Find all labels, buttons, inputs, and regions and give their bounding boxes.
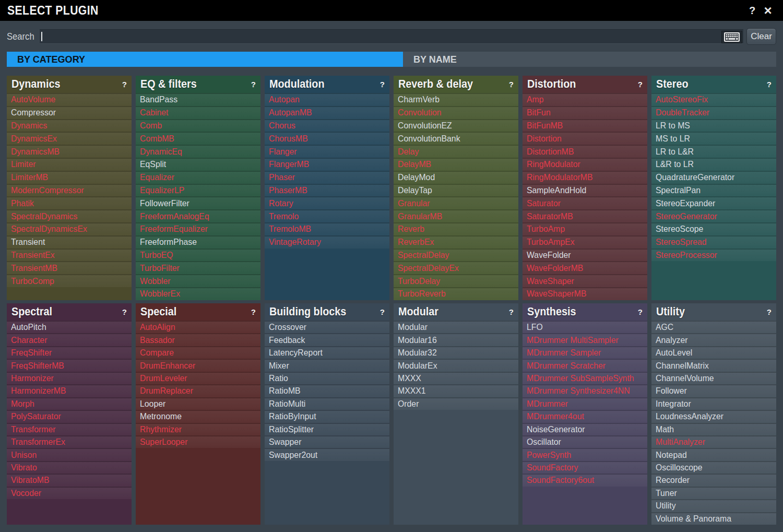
plugin-item[interactable]: MDrummer xyxy=(523,397,647,410)
plugin-item[interactable]: AutoPitch xyxy=(7,321,132,333)
plugin-item[interactable]: Modular16 xyxy=(394,333,518,346)
plugin-item[interactable]: WobblerEx xyxy=(136,287,260,300)
plugin-item[interactable]: Swapper xyxy=(265,435,389,448)
plugin-item[interactable]: Oscillator xyxy=(523,435,647,448)
clear-button[interactable]: Clear xyxy=(746,28,776,45)
plugin-item[interactable]: Mixer xyxy=(265,359,389,371)
plugin-item[interactable]: SoundFactory xyxy=(523,461,647,474)
plugin-item[interactable]: Equalizer xyxy=(136,171,260,184)
plugin-item[interactable]: Harmonizer xyxy=(7,372,132,384)
plugin-item[interactable]: AutoStereoFix xyxy=(651,93,776,106)
plugin-item[interactable]: Autopan xyxy=(265,93,389,106)
plugin-item[interactable]: Unison xyxy=(7,448,132,460)
plugin-item[interactable]: Bassador xyxy=(136,333,260,346)
plugin-item[interactable]: ConvolutionEZ xyxy=(394,119,518,132)
plugin-item[interactable]: RingModulatorMB xyxy=(523,171,647,184)
plugin-item[interactable]: Flanger xyxy=(265,145,389,158)
plugin-item[interactable]: TransientMB xyxy=(7,261,132,274)
plugin-item[interactable]: Follower xyxy=(651,384,776,397)
plugin-item[interactable]: VibratoMB xyxy=(7,474,132,486)
plugin-item[interactable]: CharmVerb xyxy=(394,93,518,106)
plugin-item[interactable]: RatioMulti xyxy=(265,397,389,410)
plugin-item[interactable]: LoudnessAnalyzer xyxy=(651,410,776,422)
plugin-item[interactable]: MXXX xyxy=(394,372,518,384)
plugin-item[interactable]: PolySaturator xyxy=(7,410,132,422)
plugin-item[interactable]: Rhythmizer xyxy=(136,423,260,435)
plugin-item[interactable]: RatioSplitter xyxy=(265,423,389,435)
plugin-item[interactable]: DynamicsMB xyxy=(7,145,132,158)
plugin-item[interactable]: ChannelMatrix xyxy=(651,359,776,371)
plugin-item[interactable]: ChorusMB xyxy=(265,132,389,145)
plugin-item[interactable]: Granular xyxy=(394,196,518,209)
plugin-item[interactable]: Convolution xyxy=(394,106,518,119)
help-icon[interactable]: ? xyxy=(638,80,643,89)
plugin-item[interactable]: MDrummer Scratcher xyxy=(523,359,647,371)
plugin-item[interactable]: AutoVolume xyxy=(7,93,132,106)
plugin-item[interactable]: SpectralDynamicsEx xyxy=(7,222,132,235)
plugin-item[interactable]: Dynamics xyxy=(7,119,132,132)
plugin-item[interactable]: Modular xyxy=(394,321,518,333)
plugin-item[interactable]: Transient xyxy=(7,235,132,249)
plugin-item[interactable]: TurboComp xyxy=(7,274,132,287)
plugin-item[interactable]: AutoLevel xyxy=(651,346,776,359)
plugin-item[interactable]: Delay xyxy=(394,145,518,158)
plugin-item[interactable]: Saturator xyxy=(523,196,647,209)
search-input[interactable] xyxy=(40,29,743,44)
plugin-item[interactable]: BitFun xyxy=(523,106,647,119)
help-icon[interactable]: ? xyxy=(251,308,256,316)
plugin-item[interactable]: ConvolutionBank xyxy=(394,132,518,145)
plugin-item[interactable]: Cabinet xyxy=(136,106,260,119)
plugin-item[interactable]: RatioMB xyxy=(265,384,389,397)
plugin-item[interactable]: StereoProcessor xyxy=(651,249,776,262)
plugin-item[interactable]: QuadratureGenerator xyxy=(651,171,776,184)
plugin-item[interactable]: FreeformEqualizer xyxy=(136,222,260,235)
plugin-item[interactable]: Reverb xyxy=(394,222,518,235)
plugin-item[interactable]: PowerSynth xyxy=(523,448,647,460)
plugin-item[interactable]: CombMB xyxy=(136,132,260,145)
keyboard-button[interactable] xyxy=(721,31,742,43)
plugin-item[interactable]: NoiseGenerator xyxy=(523,423,647,435)
plugin-item[interactable]: TransientEx xyxy=(7,249,132,262)
plugin-item[interactable]: DelayMB xyxy=(394,158,518,171)
help-icon[interactable]: ? xyxy=(638,308,643,316)
plugin-item[interactable]: Phatik xyxy=(7,196,132,209)
plugin-item[interactable]: SpectralPan xyxy=(651,184,776,197)
plugin-item[interactable]: Order xyxy=(394,397,518,410)
plugin-item[interactable]: WaveFolderMB xyxy=(523,261,647,274)
plugin-item[interactable]: StereoExpander xyxy=(651,196,776,209)
plugin-item[interactable]: DrumEnhancer xyxy=(136,359,260,371)
plugin-item[interactable]: TremoloMB xyxy=(265,222,389,235)
plugin-item[interactable]: WaveFolder xyxy=(523,249,647,262)
plugin-item[interactable]: DrumLeveler xyxy=(136,372,260,384)
plugin-item[interactable]: AutopanMB xyxy=(265,106,389,119)
plugin-item[interactable]: Modular32 xyxy=(394,346,518,359)
plugin-item[interactable]: GranularMB xyxy=(394,209,518,222)
plugin-item[interactable]: MS to LR xyxy=(651,132,776,145)
help-icon[interactable]: ? xyxy=(122,308,127,316)
plugin-item[interactable]: MultiAnalyzer xyxy=(651,435,776,448)
plugin-item[interactable]: Comb xyxy=(136,119,260,132)
plugin-item[interactable]: LFO xyxy=(523,321,647,333)
plugin-item[interactable]: FlangerMB xyxy=(265,158,389,171)
help-icon[interactable]: ? xyxy=(380,308,385,316)
plugin-item[interactable]: DelayTap xyxy=(394,184,518,197)
plugin-item[interactable]: MDrummer Synthesizer4NN xyxy=(523,384,647,397)
plugin-item[interactable]: Morph xyxy=(7,397,132,410)
help-icon[interactable]: ? xyxy=(767,308,772,316)
plugin-item[interactable]: EqSplit xyxy=(136,158,260,171)
plugin-item[interactable]: Math xyxy=(651,423,776,435)
plugin-item[interactable]: LR to L&R xyxy=(651,145,776,158)
plugin-item[interactable]: FreeformAnalogEq xyxy=(136,209,260,222)
tab-by-category[interactable]: BY CATEGORY xyxy=(7,52,403,67)
plugin-item[interactable]: PhaserMB xyxy=(265,184,389,197)
help-icon[interactable]: ? xyxy=(767,80,772,89)
plugin-item[interactable]: Wobbler xyxy=(136,274,260,287)
plugin-item[interactable]: Feedback xyxy=(265,333,389,346)
plugin-item[interactable]: SuperLooper xyxy=(136,435,260,448)
plugin-item[interactable]: TurboFilter xyxy=(136,261,260,274)
plugin-item[interactable]: Compare xyxy=(136,346,260,359)
plugin-item[interactable]: ModernCompressor xyxy=(7,184,132,197)
tab-by-name[interactable]: BY NAME xyxy=(403,52,776,67)
plugin-item[interactable]: Chorus xyxy=(265,119,389,132)
plugin-item[interactable]: DynamicEq xyxy=(136,145,260,158)
